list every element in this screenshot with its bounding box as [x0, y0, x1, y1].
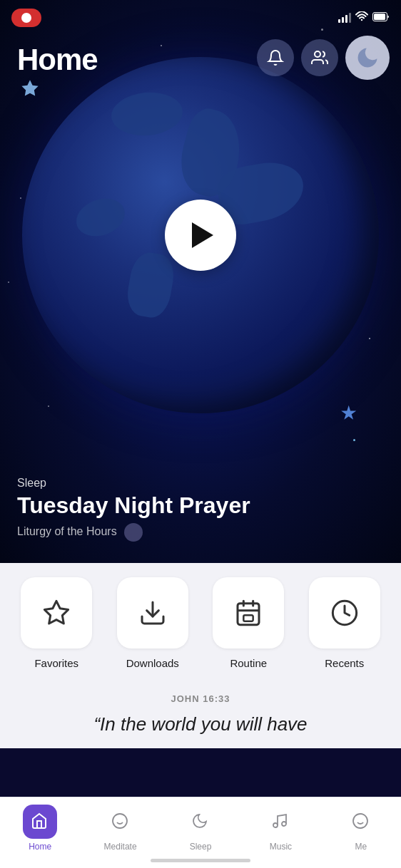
me-icon-box: [344, 805, 378, 839]
play-icon: [192, 222, 213, 248]
downloads-item[interactable]: Downloads: [108, 577, 198, 669]
home-nav-label: Home: [29, 842, 51, 852]
moon-button[interactable]: [345, 36, 390, 80]
meditate-icon: [111, 812, 130, 831]
record-button[interactable]: [11, 9, 41, 27]
wifi-icon: [355, 11, 368, 24]
routine-label: Routine: [230, 657, 267, 669]
clock-icon: [330, 599, 359, 627]
home-icon: [31, 812, 49, 831]
sleep-icon-box: [183, 805, 218, 839]
meditate-icon-box: [103, 805, 138, 839]
content-title: Tuesday Night Prayer: [17, 492, 250, 519]
status-indicators: [338, 11, 390, 24]
star-icon: [20, 78, 40, 103]
quick-access-section: Favorites Downloads Routine: [0, 563, 401, 676]
download-icon: [138, 599, 167, 627]
svg-point-18: [273, 823, 278, 827]
me-nav-label: Me: [355, 842, 367, 852]
content-subtitle: Liturgy of the Hours: [17, 523, 250, 542]
favorites-label: Favorites: [34, 657, 78, 669]
calendar-icon: [234, 599, 263, 627]
svg-point-0: [361, 19, 362, 21]
scripture-reference: JOHN 16:33: [17, 693, 384, 704]
svg-point-13: [113, 814, 127, 828]
svg-marker-3: [21, 80, 38, 95]
header-icons: [257, 36, 390, 80]
content-label: Sleep: [17, 477, 250, 490]
recents-icon-box: [309, 577, 380, 649]
home-indicator: [151, 859, 250, 862]
content-dot: [124, 523, 143, 542]
svg-marker-5: [45, 601, 68, 624]
bottom-navigation: Home Meditate Sleep: [0, 797, 401, 868]
svg-point-20: [353, 814, 367, 828]
music-icon-box: [263, 805, 298, 839]
svg-rect-2: [374, 14, 385, 20]
star-icon: [42, 599, 71, 627]
status-bar: [0, 0, 401, 36]
group-button[interactable]: [301, 39, 338, 76]
downloads-icon-box: [117, 577, 188, 649]
downloads-label: Downloads: [126, 657, 179, 669]
svg-point-19: [282, 822, 286, 826]
nav-meditate[interactable]: Meditate: [80, 805, 160, 852]
music-icon: [271, 812, 290, 831]
routine-item[interactable]: Routine: [203, 577, 294, 669]
nav-sleep[interactable]: Sleep: [161, 805, 240, 852]
svg-point-4: [315, 51, 320, 57]
sleep-moon-icon: [191, 812, 210, 831]
routine-icon-box: [213, 577, 284, 649]
music-nav-label: Music: [270, 842, 292, 852]
recents-item[interactable]: Recents: [300, 577, 390, 669]
recents-label: Recents: [325, 657, 364, 669]
record-dot-icon: [21, 13, 31, 23]
home-icon-box: [23, 805, 57, 839]
content-info: Sleep Tuesday Night Prayer Liturgy of th…: [17, 477, 250, 542]
nav-home[interactable]: Home: [0, 805, 80, 852]
favorites-icon-box: [21, 577, 92, 649]
svg-rect-11: [244, 615, 253, 621]
battery-icon: [372, 11, 390, 24]
page-title: Home: [17, 43, 98, 77]
me-icon: [352, 812, 370, 831]
play-button[interactable]: [165, 200, 236, 271]
signal-icon: [338, 13, 351, 23]
scripture-section: JOHN 16:33 “In the world you will have: [0, 676, 401, 748]
sleep-nav-label: Sleep: [190, 842, 212, 852]
nav-music[interactable]: Music: [240, 805, 320, 852]
notification-button[interactable]: [257, 39, 294, 76]
globe: [22, 57, 379, 413]
hero-section: Home: [0, 0, 401, 563]
favorites-item[interactable]: Favorites: [11, 577, 102, 669]
scripture-text: “In the world you will have: [17, 711, 384, 737]
meditate-nav-label: Meditate: [104, 842, 137, 852]
nav-me[interactable]: Me: [321, 805, 401, 852]
